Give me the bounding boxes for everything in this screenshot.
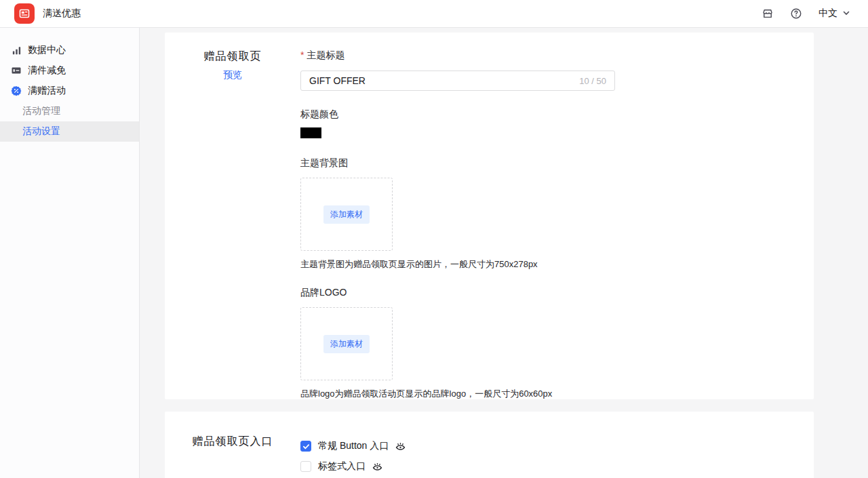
bar-chart-icon [11, 45, 22, 56]
theme-background-upload-box[interactable]: 添加素材 [300, 178, 393, 251]
sidebar: 数据中心 满件减免 满赠活动 [0, 28, 140, 478]
app-logo-icon [14, 3, 35, 24]
form-column: *主题标题 10 / 50 标题颜色 主题背景图 添加素材 [300, 33, 814, 399]
sidebar-item-label: 活动管理 [22, 105, 60, 117]
help-icon[interactable] [790, 7, 802, 20]
required-asterisk: * [300, 49, 304, 60]
top-header: 满送优惠 中文 [0, 0, 868, 28]
section-label-column: 赠品领取页入口 [165, 412, 300, 478]
header-actions: 中文 [762, 7, 868, 20]
app-window: 满送优惠 中文 [0, 0, 868, 478]
theme-background-label: 主题背景图 [300, 157, 814, 170]
language-label: 中文 [818, 7, 837, 20]
brand-logo-hint: 品牌logo为赠品领取活动页显示的品牌logo，一般尺寸为60x60px [300, 388, 814, 400]
main-content: 赠品领取页 预览 *主题标题 10 / 50 标题颜色 [140, 28, 868, 478]
title-color-field: 标题颜色 [300, 108, 814, 138]
form-column: 常规 Button 入口 标签 [300, 412, 814, 478]
eye-icon[interactable] [395, 441, 406, 452]
theme-background-field: 主题背景图 添加素材 主题背景图为赠品领取页显示的图片，一般尺寸为750x278… [300, 157, 814, 271]
app-title: 满送优惠 [43, 7, 81, 20]
theme-title-input[interactable] [301, 75, 614, 86]
language-selector[interactable]: 中文 [818, 7, 850, 20]
gift-page-entry-card: 赠品领取页入口 常规 Button 入口 [165, 412, 814, 478]
sidebar-item-label: 数据中心 [28, 44, 66, 56]
shop-icon[interactable] [762, 7, 774, 20]
chevron-down-icon [842, 8, 850, 19]
theme-title-field: *主题标题 10 / 50 [300, 49, 814, 91]
add-material-button[interactable]: 添加素材 [323, 205, 370, 224]
color-swatch[interactable] [300, 127, 321, 138]
brand-logo-field: 品牌LOGO 添加素材 品牌logo为赠品领取活动页显示的品牌logo，一般尺寸… [300, 287, 814, 400]
brand-logo-label: 品牌LOGO [300, 287, 814, 299]
sidebar-item-label: 活动设置 [22, 125, 60, 138]
coupon-icon [11, 65, 22, 76]
sidebar-item-data-center[interactable]: 数据中心 [0, 40, 139, 60]
char-counter: 10 / 50 [579, 76, 606, 86]
section-title: 赠品领取页入口 [165, 435, 300, 449]
section-label-column: 赠品领取页 预览 [165, 33, 300, 399]
entry-option-label: 标签式入口 [318, 460, 366, 473]
theme-title-input-wrap: 10 / 50 [300, 71, 615, 91]
sidebar-item-label: 满赠活动 [28, 85, 66, 97]
preview-link[interactable]: 预览 [223, 69, 242, 81]
add-material-button[interactable]: 添加素材 [323, 335, 370, 353]
sidebar-item-item-discount[interactable]: 满件减免 [0, 60, 139, 81]
title-color-label: 标题颜色 [300, 108, 814, 121]
section-title: 赠品领取页 [165, 49, 300, 64]
sidebar-item-gift-activity[interactable]: 满赠活动 [0, 81, 139, 101]
gift-page-settings-card: 赠品领取页 预览 *主题标题 10 / 50 标题颜色 [165, 33, 814, 399]
theme-title-label: *主题标题 [300, 49, 814, 62]
entry-option-row: 常规 Button 入口 [300, 436, 814, 456]
percent-badge-icon [11, 85, 22, 96]
checkbox-tag-entry[interactable] [300, 461, 311, 472]
entry-option-row: 标签式入口 [300, 456, 814, 477]
brand-logo-upload-box[interactable]: 添加素材 [300, 307, 393, 380]
theme-background-hint: 主题背景图为赠品领取页显示的图片，一般尺寸为750x278px [300, 258, 814, 271]
entry-option-label: 常规 Button 入口 [318, 440, 389, 452]
sidebar-item-label: 满件减免 [28, 64, 66, 77]
eye-icon[interactable] [372, 461, 383, 473]
sidebar-item-activity-management[interactable]: 活动管理 [0, 101, 139, 121]
checkbox-button-entry[interactable] [300, 441, 311, 452]
sidebar-item-activity-settings[interactable]: 活动设置 [0, 121, 139, 142]
